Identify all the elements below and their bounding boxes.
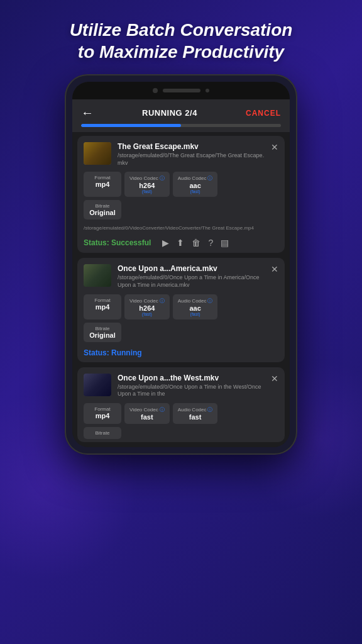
tags-row-3: Format mp4 Video Codecⓘ fast Audio Codec… [77,403,285,427]
file-path-1: /storage/emulated/0/The Great Escape/The… [118,152,265,167]
bitrate-value-2: Original [89,331,116,339]
format-tag-1: Format mp4 [84,172,121,197]
bitrate-label-3: Bitrate [89,430,116,436]
cancel-button[interactable]: CANCEL [246,109,281,118]
audio-codec-label-1: Audio Codecⓘ [178,175,213,182]
card-title-area-2: Once Upon a...America.mkv /storage/emula… [118,264,265,289]
audio-codec-value-3: fast [178,413,213,421]
format-tag-2: Format mp4 [84,294,121,319]
video-codec-value-2: h264 [129,304,165,312]
thumbnail-2 [84,264,111,287]
bitrate-tag-1: Bitrate Original [84,200,121,219]
bitrate-label-2: Bitrate [89,326,116,331]
speaker-bar [163,89,200,92]
file-card-1: The Great Escape.mkv /storage/emulated/0… [77,136,285,253]
bitrate-row-3: Bitrate [77,427,285,442]
delete-icon-1[interactable]: 🗑 [192,238,200,248]
message-icon-1[interactable]: ▤ [221,238,229,248]
app-header: ← RUNNING 2/4 CANCEL [72,99,290,124]
bitrate-row-1: Bitrate Original [77,200,285,223]
bitrate-row-2: Bitrate Original [77,323,285,345]
camera-dot [153,88,158,93]
audio-codec-sub-1: (fast) [178,189,213,194]
file-name-1: The Great Escape.mkv [118,142,265,151]
file-path-3: /storage/emulated/0/Once Upon a Time in … [118,384,265,398]
file-name-2: Once Upon a...America.mkv [118,264,265,273]
file-card-2: Once Upon a...America.mkv /storage/emula… [77,258,285,362]
phone-notch [72,82,290,99]
video-codec-sub-2: (fast) [129,312,165,316]
output-path-1: /storage/emulated/0/VideoConverter/Video… [77,223,285,235]
status-row-2: Status: Running [77,345,285,362]
audio-codec-value-2: aac [178,304,213,312]
play-icon-1[interactable]: ▶ [162,238,169,248]
format-value-3: mp4 [89,412,116,419]
format-tag-3: Format mp4 [84,403,121,424]
video-codec-tag-3: Video Codecⓘ fast [124,403,170,424]
format-label-2: Format [89,297,116,303]
progress-track [81,124,281,127]
status-row-1: Status: Successful ▶ ⬆ 🗑 ? ▤ [77,235,285,253]
close-button-1[interactable]: ✕ [271,142,278,152]
hero-title: Utilize Batch Conversation to Maximize P… [13,19,349,63]
file-path-2: /storage/emulated/0/Once Upon a Time in … [118,274,265,289]
status-text-1: Status: Successful [84,238,151,247]
tags-row-1: Format mp4 Video Codecⓘ h264 (fast) Audi… [77,172,285,200]
format-value-2: mp4 [89,303,116,311]
audio-codec-value-1: aac [178,182,213,189]
share-icon-1[interactable]: ⬆ [177,238,184,248]
video-codec-sub-1: (fast) [129,189,165,194]
back-button[interactable]: ← [81,106,94,120]
phone-frame: ← RUNNING 2/4 CANCEL The Great Escape.mk… [65,74,297,455]
file-name-3: Once Upon a...the West.mkv [118,374,265,382]
audio-codec-label-3: Audio Codecⓘ [178,406,213,413]
format-label-3: Format [89,406,116,412]
sensor-dot [206,89,209,92]
tags-row-2: Format mp4 Video Codecⓘ h264 (fast) Audi… [77,294,285,323]
progress-fill [81,124,181,127]
thumbnail-1 [84,142,111,165]
video-codec-value-1: h264 [129,182,165,189]
thumbnail-3 [84,374,111,396]
video-codec-label-3: Video Codecⓘ [129,406,165,413]
video-codec-value-3: fast [129,413,165,421]
bitrate-label-1: Bitrate [89,203,116,209]
cards-scroll-area[interactable]: The Great Escape.mkv /storage/emulated/0… [72,132,290,447]
format-label-1: Format [89,175,116,180]
audio-codec-sub-2: (fast) [178,312,213,316]
audio-codec-tag-1: Audio Codecⓘ aac (fast) [173,172,218,197]
progress-container [72,124,290,132]
card-title-area-1: The Great Escape.mkv /storage/emulated/0… [118,142,265,167]
bitrate-tag-3: Bitrate [84,427,121,439]
audio-codec-tag-2: Audio Codecⓘ aac (fast) [173,294,218,319]
close-button-2[interactable]: ✕ [271,264,278,274]
status-text-2: Status: Running [84,348,142,357]
bitrate-tag-2: Bitrate Original [84,323,121,342]
file-card-3: Once Upon a...the West.mkv /storage/emul… [77,367,285,442]
hero-section: Utilize Batch Conversation to Maximize P… [0,0,362,74]
help-icon-1[interactable]: ? [208,238,213,248]
phone-screen: ← RUNNING 2/4 CANCEL The Great Escape.mk… [72,82,290,447]
bitrate-value-1: Original [89,209,116,216]
audio-codec-label-2: Audio Codecⓘ [178,297,213,304]
video-codec-label-1: Video Codecⓘ [129,175,165,182]
status-actions-1: ▶ ⬆ 🗑 ? ▤ [162,238,229,248]
running-label: RUNNING 2/4 [142,108,197,118]
video-codec-label-2: Video Codecⓘ [129,297,165,304]
audio-codec-tag-3: Audio Codecⓘ fast [173,403,218,424]
format-value-1: mp4 [89,180,116,188]
video-codec-tag-1: Video Codecⓘ h264 (fast) [124,172,170,197]
card-title-area-3: Once Upon a...the West.mkv /storage/emul… [118,374,265,398]
close-button-3[interactable]: ✕ [271,374,278,384]
video-codec-tag-2: Video Codecⓘ h264 (fast) [124,294,170,319]
